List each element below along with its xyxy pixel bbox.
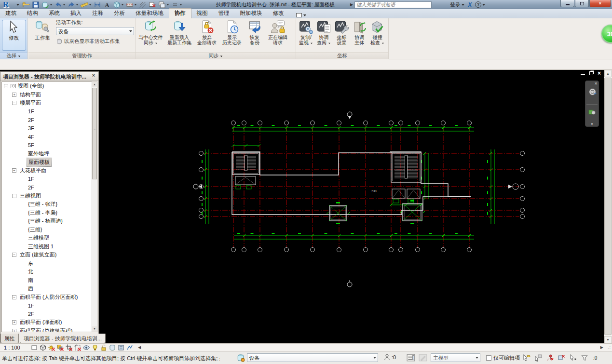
login-button[interactable]: 登录	[450, 1, 460, 8]
visual-style-button[interactable]	[39, 344, 47, 351]
select-links-toggle[interactable]	[521, 353, 532, 362]
scrollbar-thumb[interactable]	[604, 78, 612, 335]
save-button[interactable]	[31, 0, 41, 9]
editing-requests-button[interactable]: 正在编辑请求	[265, 19, 291, 52]
chevron-down-icon[interactable]	[462, 4, 464, 6]
coordination-host-button[interactable]: 协调主体	[351, 19, 368, 52]
restore-button[interactable]	[575, 0, 589, 7]
panel-label-coordinate[interactable]: 坐标	[296, 52, 388, 59]
design-options-edit-icon[interactable]	[419, 353, 427, 363]
tree-item-三维视图1[interactable]: 三维视图 1	[2, 243, 92, 251]
scroll-down-icon[interactable]: ▼	[92, 326, 97, 332]
editable-only-checkbox[interactable]: 仅可编辑项	[486, 354, 520, 362]
canvas-vertical-scrollbar[interactable]: ▲ ▼	[604, 70, 612, 343]
tab-建筑[interactable]: 建筑	[0, 9, 22, 18]
close-hidden-windows-button[interactable]	[148, 0, 157, 9]
tree-item-结构平面[interactable]: +结构平面	[2, 91, 92, 99]
panel-label-select[interactable]: 选择	[0, 52, 27, 59]
tree-item-1F[interactable]: 1F	[2, 175, 92, 184]
tab-系统[interactable]: 系统	[43, 9, 65, 18]
expand-icon[interactable]: +	[12, 320, 16, 324]
tab-properties[interactable]: 属性	[0, 334, 19, 343]
view-restore-button[interactable]	[589, 71, 593, 75]
close-button[interactable]: ×	[589, 0, 611, 7]
chevron-down-icon[interactable]	[167, 4, 169, 5]
zoom-tool-icon[interactable]	[588, 108, 597, 117]
tree-item-三维模型[interactable]: 三维模型	[2, 234, 92, 243]
sun-path-button[interactable]	[47, 344, 56, 351]
text-note-button[interactable]: A	[102, 0, 112, 9]
chevron-down-icon[interactable]	[63, 4, 65, 5]
collapse-icon[interactable]: −	[12, 101, 16, 105]
tree-item-面积平面净面积[interactable]: +面积平面 (净面积)	[2, 318, 92, 327]
tree-item-天花板平面[interactable]: −天花板平面	[2, 166, 92, 175]
tree-item-5F[interactable]: 5F	[2, 141, 92, 150]
resize-grip[interactable]: .:	[608, 345, 611, 350]
project-browser-scrollbar[interactable]: ▲ ≡ ▼	[92, 81, 97, 332]
tree-item-三维[interactable]: {三维}	[2, 226, 92, 234]
editing-requests-indicator[interactable]: :0	[383, 353, 396, 361]
tab-视图[interactable]: 视图	[191, 9, 213, 18]
navbar-close-icon[interactable]: ✕	[594, 81, 598, 86]
crop-view-button[interactable]	[65, 344, 73, 351]
undo-button[interactable]	[54, 0, 67, 9]
select-pinned-toggle[interactable]	[544, 353, 556, 362]
unlocked-view-button[interactable]	[99, 344, 108, 351]
chevron-down-icon[interactable]	[482, 4, 485, 6]
chevron-down-icon[interactable]	[180, 4, 182, 5]
select-underlay-toggle[interactable]	[532, 353, 544, 362]
exchange-apps-icon[interactable]: X	[468, 1, 472, 8]
active-workset-statusbar-select[interactable]: 设备	[247, 353, 378, 362]
panel-label-manage-collaboration[interactable]: 管理协作	[28, 52, 136, 59]
view-scale-button[interactable]: 1 : 100	[4, 345, 20, 351]
tree-item-面积平面人防分区面积[interactable]: −面积平面 (人防分区面积)	[2, 293, 92, 302]
steering-wheel-icon[interactable]	[588, 88, 597, 97]
tab-project-browser[interactable]: 项目浏览器 - 技师学院机电培训...	[20, 334, 106, 343]
tree-item-三维-张洋[interactable]: {三维 - 张洋}	[2, 200, 92, 209]
scrollbar-thumb[interactable]: ≡	[92, 88, 97, 179]
tree-item-1F[interactable]: 1F	[2, 301, 92, 310]
restore-backup-button[interactable]: 恢复备份	[245, 19, 265, 52]
tree-item-面积平面总建筑面积[interactable]: +面积平面 (总建筑面积)	[2, 327, 92, 333]
collapse-arrow-icon[interactable]: ◀	[138, 345, 141, 350]
interference-check-button[interactable]: 碰撞检查	[368, 19, 386, 52]
section-button[interactable]	[125, 0, 138, 9]
collapse-icon[interactable]: −	[12, 168, 16, 173]
application-menu-button[interactable]: R	[1, 0, 20, 9]
view-minimize-button[interactable]	[581, 71, 585, 75]
navbar-expand-icon[interactable]: ▼	[590, 122, 594, 126]
tree-item-4F[interactable]: 4F	[2, 133, 92, 141]
default-3d-view-button[interactable]	[112, 0, 125, 9]
active-workset-select[interactable]: 设备	[56, 27, 134, 35]
tree-item-1F[interactable]: 1F	[2, 108, 92, 116]
temporary-view-properties-button[interactable]	[117, 344, 125, 351]
collapse-icon[interactable]: −	[12, 194, 16, 198]
tree-item-屋面楼板[interactable]: 屋面楼板	[2, 158, 92, 167]
project-browser-title[interactable]: 项目浏览器 - 技师学院机电培训中... ×	[0, 72, 98, 81]
customize-qat-button[interactable]	[170, 0, 183, 9]
sync-central-button[interactable]: 与中心文件同步	[137, 19, 164, 52]
tab-插入[interactable]: 插入	[65, 9, 87, 18]
detail-level-button[interactable]	[30, 344, 39, 351]
chevron-down-icon[interactable]	[135, 4, 136, 5]
tree-item-立面建筑立面[interactable]: −立面 (建筑立面)	[2, 251, 92, 259]
tab-管理[interactable]: 管理	[213, 9, 235, 18]
drag-on-selection-toggle[interactable]	[567, 353, 579, 362]
tree-item-2F[interactable]: 2F	[2, 183, 92, 192]
tree-item-室外地坪[interactable]: 室外地坪	[2, 149, 92, 158]
temporary-hide-button[interactable]	[82, 344, 91, 351]
help-icon[interactable]: ?	[475, 1, 481, 8]
design-option-select[interactable]: 主模型	[431, 353, 480, 362]
scroll-up-icon[interactable]: ▲	[604, 70, 612, 77]
copy-monitor-button[interactable]: 复制/监视	[297, 19, 315, 52]
tab-修改[interactable]: 修改	[268, 9, 289, 18]
shadows-button[interactable]	[56, 344, 65, 351]
tree-item-2F[interactable]: 2F	[2, 116, 92, 124]
tab-体量和场地[interactable]: 体量和场地	[130, 9, 169, 18]
switch-windows-button[interactable]	[157, 0, 170, 9]
tree-item-南[interactable]: 南	[2, 276, 92, 285]
tab-注释[interactable]: 注释	[87, 9, 109, 18]
tree-item-西[interactable]: 西	[2, 284, 92, 293]
collapse-icon[interactable]: −	[12, 295, 16, 299]
thin-lines-button[interactable]	[138, 0, 148, 9]
